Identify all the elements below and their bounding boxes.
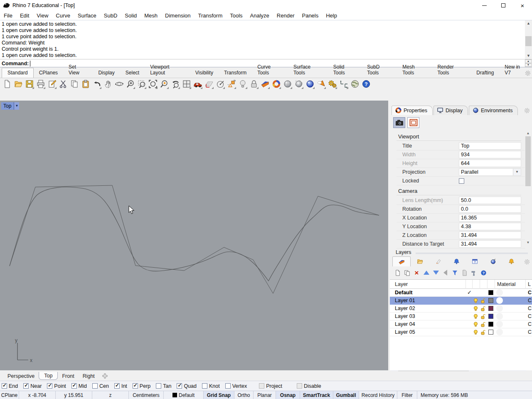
- status-gumball-toggle[interactable]: Gumball: [333, 391, 359, 399]
- toolbar-tab-set-view[interactable]: Set View: [63, 62, 93, 78]
- toolbar-tab-drafting[interactable]: Drafting: [471, 68, 499, 78]
- undo-view-icon[interactable]: [170, 78, 181, 90]
- status-current-layer[interactable]: Default: [164, 391, 204, 399]
- y-location-field[interactable]: 4.38: [459, 223, 521, 230]
- toolbar-tab-select[interactable]: Select: [120, 68, 145, 78]
- toolbar-tab-visibility[interactable]: Visibility: [190, 68, 219, 78]
- delete-layer-icon[interactable]: ×: [413, 269, 420, 276]
- display-modes-tab[interactable]: [429, 256, 447, 266]
- tools-hammer-icon[interactable]: [470, 269, 478, 276]
- add-viewport-icon[interactable]: [102, 373, 108, 379]
- z-location-field[interactable]: 31.494: [459, 232, 521, 239]
- menu-view[interactable]: View: [33, 12, 52, 20]
- zoom-selected-icon[interactable]: [158, 78, 170, 90]
- osnap-mid[interactable]: ✓Mid: [71, 383, 87, 389]
- status-grid-snap-toggle[interactable]: Grid Snap: [204, 391, 234, 399]
- zoom-extents-icon[interactable]: [147, 78, 158, 90]
- layer-material-thumb[interactable]: [496, 297, 503, 304]
- help-window-tab[interactable]: ?: [466, 256, 484, 266]
- scrollbar-thumb[interactable]: [525, 136, 531, 186]
- osnap-tan[interactable]: Tan: [156, 383, 171, 389]
- layer-unlocked-icon[interactable]: [480, 330, 486, 335]
- layer-name[interactable]: Default: [395, 290, 412, 296]
- tab-environments[interactable]: Environments: [469, 106, 518, 115]
- layer-visible-bulb-icon[interactable]: [473, 314, 478, 319]
- menu-transform[interactable]: Transform: [194, 12, 226, 20]
- layer-name[interactable]: Layer 02: [395, 305, 415, 311]
- menu-surface[interactable]: Surface: [74, 12, 100, 20]
- status-record-history-toggle[interactable]: Record History: [359, 391, 397, 399]
- tab-options-gear-icon[interactable]: [525, 70, 531, 76]
- osnap-disable[interactable]: Disable: [297, 383, 321, 389]
- layer-row-layer-05[interactable]: Layer 05 C: [390, 328, 532, 336]
- status-ortho-toggle[interactable]: Ortho: [234, 391, 254, 399]
- paint-cone-icon[interactable]: [315, 78, 327, 90]
- column-linetype[interactable]: L: [528, 281, 531, 287]
- lightbulb-icon[interactable]: [237, 78, 248, 90]
- panel-gear-icon[interactable]: [524, 107, 530, 114]
- dimension-icon[interactable]: [338, 78, 349, 90]
- status-filter-toggle[interactable]: Filter: [397, 391, 417, 399]
- layer-unlocked-icon[interactable]: [480, 298, 486, 303]
- collapse-icon[interactable]: [442, 269, 449, 276]
- osnap-perp[interactable]: ✓Perp: [133, 383, 150, 389]
- cut-icon[interactable]: [57, 78, 69, 90]
- layers-tab[interactable]: [392, 256, 411, 266]
- toolbar-tab-viewport-layout[interactable]: Viewport Layout: [145, 62, 190, 78]
- edit-notes-icon[interactable]: [46, 78, 57, 90]
- copy-icon[interactable]: [69, 78, 80, 90]
- layer-linetype[interactable]: C: [528, 298, 532, 303]
- layer-linetype[interactable]: C: [528, 313, 532, 319]
- viewport-tab-front[interactable]: Front: [58, 372, 78, 380]
- layer-unlocked-icon[interactable]: [480, 314, 486, 319]
- layer-color-swatch[interactable]: [488, 290, 493, 295]
- zoom-dynamic-icon[interactable]: [125, 78, 136, 90]
- column-layer[interactable]: Layer: [395, 281, 408, 287]
- osnap-point[interactable]: ✓Point: [47, 383, 66, 389]
- color-wheel-icon[interactable]: [271, 78, 282, 90]
- layer-visible-bulb-icon[interactable]: [473, 330, 478, 335]
- minimize-button[interactable]: [475, 0, 494, 11]
- shaded-sphere-icon[interactable]: [304, 78, 315, 90]
- toolbar-tab-render-tools[interactable]: Render Tools: [432, 62, 471, 78]
- layer-row-layer-04[interactable]: Layer 04 C: [390, 320, 532, 328]
- cplane-grid-icon[interactable]: [203, 78, 214, 90]
- new-layer-icon[interactable]: [394, 269, 401, 276]
- layer-row-layer-02[interactable]: Layer 02 C: [390, 305, 532, 313]
- layer-row-layer-03[interactable]: Layer 03 C: [390, 313, 532, 320]
- layer-visible-bulb-icon[interactable]: [473, 306, 478, 311]
- circle-center-icon[interactable]: [214, 78, 226, 90]
- viewport-canvas[interactable]: y x Top ▼: [0, 101, 388, 370]
- new-file-icon[interactable]: [1, 78, 12, 90]
- layer-visible-bulb-icon[interactable]: [473, 322, 478, 327]
- viewport-title-chip[interactable]: Top ▼: [1, 102, 19, 110]
- menu-panels[interactable]: Panels: [298, 12, 322, 20]
- layer-unlocked-icon[interactable]: [480, 306, 486, 311]
- texture-sphere-icon[interactable]: [293, 78, 304, 90]
- x-location-field[interactable]: 16.365: [459, 214, 521, 222]
- osnap-knot[interactable]: Knot: [202, 383, 220, 389]
- duplicate-layer-icon[interactable]: [404, 269, 411, 276]
- layer-linetype[interactable]: C: [528, 329, 532, 335]
- layers-help-icon[interactable]: ?: [480, 269, 487, 276]
- menu-help[interactable]: Help: [322, 12, 341, 20]
- open-file-icon[interactable]: [12, 78, 24, 90]
- viewport-properties-button[interactable]: [407, 117, 419, 128]
- layer-name[interactable]: Layer 01: [395, 298, 415, 303]
- toolbar-tab-solid-tools[interactable]: Solid Tools: [328, 62, 362, 78]
- width-field[interactable]: 934: [459, 151, 521, 158]
- object-snap-icon[interactable]: [226, 78, 237, 90]
- move-down-icon[interactable]: [432, 269, 439, 276]
- close-button[interactable]: ×: [513, 0, 532, 11]
- layer-color-swatch[interactable]: [488, 298, 493, 303]
- osnap-cen[interactable]: Cen: [92, 383, 109, 389]
- toolbar-tab-display[interactable]: Display: [93, 68, 120, 78]
- status-planar-toggle[interactable]: Planar: [254, 391, 276, 399]
- layers-gear-icon[interactable]: [524, 259, 530, 265]
- tab-display[interactable]: Display: [433, 106, 468, 115]
- render-sphere-icon[interactable]: [282, 78, 293, 90]
- properties-scrollbar[interactable]: ▲ ▼: [525, 131, 531, 245]
- status-osnap-toggle[interactable]: Osnap: [276, 391, 300, 399]
- menu-analyze[interactable]: Analyze: [246, 12, 273, 20]
- osnap-near[interactable]: ✓Near: [23, 383, 42, 389]
